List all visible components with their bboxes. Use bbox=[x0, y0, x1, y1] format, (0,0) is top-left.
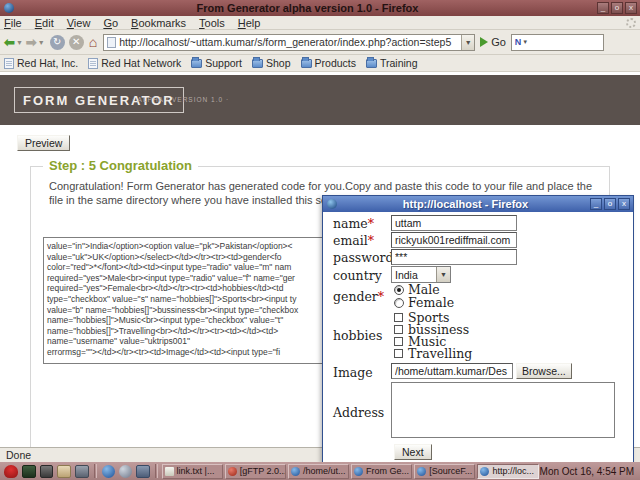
url-input[interactable]: http://localhost/~uttam.kumar/s/form_gen… bbox=[119, 36, 461, 48]
menu-go[interactable]: Go bbox=[103, 17, 118, 29]
hobby-travelling-option[interactable]: Travelling bbox=[394, 346, 472, 361]
taskbar: link.txt |... [gFTP 2.0... /home/ut... F… bbox=[0, 462, 640, 480]
forward-button[interactable]: ➡ ▼ bbox=[26, 36, 45, 49]
popup-form: name* email* password* country India ▼ g… bbox=[323, 212, 633, 462]
search-engine-dropdown-icon[interactable]: ▼ bbox=[522, 39, 528, 45]
menu-bookmarks[interactable]: Bookmarks bbox=[131, 17, 186, 29]
minimize-button[interactable]: _ bbox=[597, 2, 609, 14]
popup-minimize-button[interactable]: _ bbox=[590, 198, 602, 210]
navigation-toolbar: ⬅ ▼ ➡ ▼ ↻ ✕ ⌂ http://localhost/~uttam.ku… bbox=[0, 30, 640, 55]
chevron-down-icon: ▼ bbox=[436, 267, 450, 282]
taskbar-separator bbox=[94, 464, 97, 478]
password-field[interactable] bbox=[391, 249, 517, 265]
gender-female-option[interactable]: Female bbox=[394, 295, 454, 310]
folder-icon bbox=[191, 59, 202, 68]
gftp-icon bbox=[228, 467, 237, 476]
browse-button[interactable]: Browse... bbox=[516, 363, 572, 379]
gender-label: gender* bbox=[333, 289, 384, 304]
popup-maximize-button[interactable]: o bbox=[604, 198, 616, 210]
task-localhost-popup[interactable]: http://loc... bbox=[477, 464, 538, 479]
checkbox-bussiness[interactable] bbox=[394, 325, 403, 334]
throbber-icon bbox=[626, 18, 636, 28]
country-select[interactable]: India ▼ bbox=[391, 266, 451, 283]
address-label: Address bbox=[333, 405, 384, 420]
task-home-folder[interactable]: /home/ut... bbox=[288, 464, 349, 479]
menu-file[interactable]: File bbox=[4, 17, 22, 29]
bookmark-redhat-network[interactable]: Red Hat Network bbox=[88, 57, 181, 69]
popup-close-button[interactable]: x bbox=[618, 198, 630, 210]
popup-window: http://localhost - Firefox _ o x name* e… bbox=[322, 195, 634, 462]
address-textarea[interactable] bbox=[391, 382, 615, 438]
printer-icon[interactable] bbox=[136, 465, 150, 478]
checkbox-sports[interactable] bbox=[394, 313, 403, 322]
bookmark-support[interactable]: Support bbox=[191, 57, 242, 69]
required-asterisk: * bbox=[368, 216, 374, 231]
bookmark-products[interactable]: Products bbox=[301, 57, 356, 69]
url-bar[interactable]: http://localhost/~uttam.kumar/s/form_gen… bbox=[103, 34, 475, 51]
folder-icon bbox=[366, 59, 377, 68]
home-button[interactable]: ⌂ bbox=[89, 34, 97, 50]
firefox-icon bbox=[417, 467, 426, 476]
required-asterisk: * bbox=[368, 233, 374, 248]
bookmark-redhat-inc[interactable]: Red Hat, Inc. bbox=[4, 57, 78, 69]
page-icon bbox=[107, 37, 116, 48]
close-button[interactable]: x bbox=[625, 2, 637, 14]
stop-button[interactable]: ✕ bbox=[69, 35, 84, 50]
task-sourceforge[interactable]: [SourceF... bbox=[414, 464, 475, 479]
radio-female[interactable] bbox=[394, 298, 404, 308]
taskbar-clock[interactable]: Mon Oct 16, 4:54 PM bbox=[540, 466, 639, 477]
mail-icon[interactable] bbox=[57, 465, 71, 478]
molecule-icon[interactable] bbox=[119, 465, 132, 478]
back-dropdown-icon[interactable]: ▼ bbox=[16, 39, 23, 46]
text-editor-icon bbox=[165, 467, 174, 476]
popup-title: http://localhost - Firefox bbox=[341, 198, 590, 210]
image-label: Image bbox=[333, 365, 373, 380]
browser-launcher-icon[interactable] bbox=[102, 465, 115, 478]
bookmark-training[interactable]: Training bbox=[366, 57, 418, 69]
go-arrow-icon bbox=[480, 37, 488, 47]
task-form-generator[interactable]: From Ge... bbox=[351, 464, 412, 479]
menu-view[interactable]: View bbox=[67, 17, 91, 29]
bookmark-shop[interactable]: Shop bbox=[252, 57, 291, 69]
required-asterisk: * bbox=[378, 289, 384, 304]
reload-button[interactable]: ↻ bbox=[50, 35, 65, 50]
menu-help[interactable]: Help bbox=[238, 17, 261, 29]
url-history-dropdown[interactable]: ▼ bbox=[461, 35, 474, 50]
preview-button[interactable]: Preview bbox=[17, 135, 70, 151]
main-window-titlebar[interactable]: From Generator alpha version 1.0 - Firef… bbox=[0, 0, 640, 16]
task-link-txt[interactable]: link.txt |... bbox=[162, 464, 223, 479]
maximize-button[interactable]: o bbox=[611, 2, 623, 14]
bookmarks-toolbar: Red Hat, Inc. Red Hat Network Support Sh… bbox=[0, 55, 640, 72]
redhat-menu-icon[interactable] bbox=[4, 465, 18, 478]
popup-titlebar[interactable]: http://localhost - Firefox _ o x bbox=[323, 196, 633, 212]
image-file-field[interactable] bbox=[391, 363, 513, 379]
desktop: From Generator alpha version 1.0 - Firef… bbox=[0, 0, 640, 480]
search-engine-icon[interactable]: N bbox=[515, 37, 522, 47]
email-field[interactable] bbox=[391, 232, 517, 248]
site-header: FORM GENERATOR · ALPHA / VERSION 1.0 · bbox=[0, 75, 640, 125]
next-button[interactable]: Next bbox=[394, 444, 432, 460]
name-field[interactable] bbox=[391, 215, 517, 231]
search-input[interactable]: N ▼ bbox=[511, 34, 604, 51]
window-title: From Generator alpha version 1.0 - Firef… bbox=[18, 2, 597, 14]
firefox-icon bbox=[480, 467, 489, 476]
password-label: password* bbox=[333, 250, 400, 265]
checkbox-music[interactable] bbox=[394, 337, 403, 346]
folder-icon bbox=[301, 59, 312, 68]
back-button[interactable]: ⬅ ▼ bbox=[4, 36, 23, 49]
menu-edit[interactable]: Edit bbox=[35, 17, 54, 29]
checkbox-travelling[interactable] bbox=[394, 349, 403, 358]
radio-male[interactable] bbox=[394, 285, 404, 295]
terminal-icon[interactable] bbox=[40, 465, 54, 478]
site-version-label: · ALPHA / VERSION 1.0 · bbox=[132, 96, 229, 103]
livemark-icon bbox=[4, 58, 14, 69]
livemark-icon bbox=[88, 58, 98, 69]
task-gftp[interactable]: [gFTP 2.0... bbox=[225, 464, 286, 479]
firefox-icon bbox=[354, 467, 363, 476]
forward-dropdown-icon[interactable]: ▼ bbox=[38, 39, 45, 46]
monitor-icon[interactable] bbox=[75, 465, 89, 478]
go-button[interactable]: Go bbox=[480, 36, 506, 48]
menu-tools[interactable]: Tools bbox=[199, 17, 225, 29]
workspace-icon[interactable] bbox=[22, 465, 36, 478]
step-heading: Step : 5 Congratulation bbox=[43, 158, 198, 173]
